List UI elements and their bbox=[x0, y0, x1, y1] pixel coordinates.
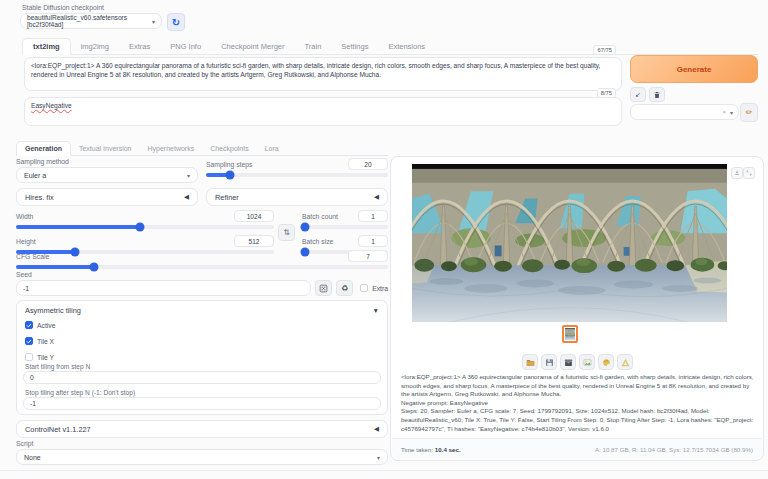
dice-icon bbox=[319, 284, 328, 293]
seed-extra-label: Extra bbox=[372, 285, 388, 292]
checkpoint-dropdown[interactable]: beautifulRealistic_v60.safetensors [bc2f… bbox=[20, 13, 162, 29]
hires-fix-label: Hires. fix bbox=[25, 193, 54, 202]
tab-extras[interactable]: Extras bbox=[119, 39, 160, 54]
gallery-thumbnail-selected[interactable] bbox=[562, 325, 578, 343]
open-folder-button[interactable] bbox=[522, 354, 538, 370]
script-dropdown[interactable]: None ▾ bbox=[16, 449, 388, 465]
asymmetric-tiling-title: Asymmetric tiling bbox=[25, 306, 81, 315]
sampling-steps-value[interactable]: 20 bbox=[348, 158, 388, 170]
clear-styles-icon[interactable]: × bbox=[722, 109, 726, 115]
clear-prompt-button[interactable] bbox=[649, 87, 665, 102]
negative-prompt-input[interactable]: EasyNegative bbox=[24, 97, 622, 126]
prompt-token-counter: 67/75 bbox=[593, 45, 616, 55]
pencil-icon: ✏ bbox=[746, 108, 753, 117]
fullscreen-image-button[interactable] bbox=[743, 167, 755, 179]
cfg-scale-value[interactable]: 7 bbox=[348, 250, 388, 262]
refresh-checkpoint-button[interactable]: ↻ bbox=[167, 13, 185, 31]
width-value[interactable]: 1024 bbox=[234, 210, 274, 222]
expanded-triangle-icon: ▼ bbox=[373, 307, 379, 314]
tiling-active-checkbox[interactable] bbox=[25, 321, 33, 329]
stable-diffusion-webui: Stable Diffusion checkpoint beautifulRea… bbox=[0, 0, 768, 479]
tab-generation[interactable]: Generation bbox=[16, 141, 71, 156]
generated-panorama-image[interactable] bbox=[412, 164, 727, 322]
batch-count-value[interactable]: 1 bbox=[358, 210, 388, 222]
thumbnail-image bbox=[565, 328, 575, 340]
paste-params-button[interactable]: ↙ bbox=[630, 87, 646, 102]
tab-textual-inversion[interactable]: Textual Inversion bbox=[71, 142, 140, 155]
send-to-extras-button[interactable] bbox=[617, 354, 633, 370]
negative-token-counter: 8/75 bbox=[597, 88, 616, 98]
sampling-method-label: Sampling method bbox=[16, 158, 198, 165]
stop-tiling-label: Stop tiling after step N (-1: Don't stop… bbox=[25, 389, 135, 396]
tab-lora[interactable]: Lora bbox=[257, 142, 287, 155]
prompt-input[interactable]: <lora:EQP_project:1> A 360 equirectangul… bbox=[24, 57, 622, 91]
asymmetric-tiling-panel: Asymmetric tiling ▼ Active Tile X Tile Y… bbox=[16, 300, 388, 415]
hires-fix-accordion[interactable]: Hires. fix ◀ bbox=[16, 188, 198, 206]
styles-dropdown[interactable]: × ▾ bbox=[630, 104, 739, 120]
check-icon bbox=[26, 322, 32, 329]
controlnet-accordion[interactable]: ControlNet v1.1.227 ◀ bbox=[16, 420, 388, 438]
tab-extensions[interactable]: Extensions bbox=[378, 39, 435, 54]
start-tiling-label: Start tiling from step N bbox=[25, 363, 90, 370]
save-zip-button[interactable] bbox=[560, 354, 576, 370]
refiner-accordion[interactable]: Refiner ◀ bbox=[206, 188, 388, 206]
sampling-method-dropdown[interactable]: Euler a ▾ bbox=[16, 167, 198, 183]
download-icon bbox=[734, 170, 740, 176]
palette-icon bbox=[602, 358, 611, 367]
width-slider[interactable] bbox=[16, 222, 274, 232]
triangle-ruler-icon bbox=[621, 358, 630, 367]
swap-dimensions-button[interactable]: ⇅ bbox=[278, 224, 295, 241]
seed-input[interactable]: -1 bbox=[16, 280, 311, 296]
height-value[interactable]: 512 bbox=[234, 235, 274, 247]
tab-png-info[interactable]: PNG Info bbox=[160, 39, 211, 54]
generate-label: Generate bbox=[677, 65, 712, 74]
trash-icon bbox=[653, 91, 661, 99]
tool-tab-bar: Generation Textual Inversion Hypernetwor… bbox=[16, 138, 388, 156]
expand-icon bbox=[746, 170, 752, 176]
tab-hypernetworks[interactable]: Hypernetworks bbox=[139, 142, 202, 155]
output-panel: <lora:EQP_project:1> A 360 equirectangul… bbox=[390, 156, 764, 461]
reuse-seed-button[interactable]: ♻ bbox=[336, 280, 353, 296]
time-taken-label: Time taken: bbox=[401, 446, 433, 453]
seed-extra-checkbox[interactable] bbox=[360, 284, 368, 292]
collapsed-triangle-icon: ◀ bbox=[374, 193, 379, 201]
stats-footer: Time taken: 10.4 sec. A: 10.87 GB, R: 11… bbox=[392, 438, 762, 459]
image-action-row bbox=[522, 354, 633, 370]
generation-info-text: <lora:EQP_project:1> A 360 equirectangul… bbox=[401, 373, 755, 433]
edit-styles-button[interactable]: ✏ bbox=[740, 103, 758, 122]
random-seed-button[interactable] bbox=[315, 280, 332, 296]
time-taken: Time taken: 10.4 sec. bbox=[401, 446, 461, 453]
refresh-icon: ↻ bbox=[172, 17, 180, 28]
collapsed-triangle-icon: ◀ bbox=[374, 425, 379, 433]
save-image-button[interactable] bbox=[541, 354, 557, 370]
main-tab-bar: txt2img img2img Extras PNG Info Checkpoi… bbox=[22, 38, 758, 55]
sampling-method-value: Euler a bbox=[24, 172, 46, 179]
send-to-img2img-button[interactable] bbox=[579, 354, 595, 370]
tile-x-checkbox[interactable] bbox=[25, 337, 33, 345]
folder-icon bbox=[526, 358, 535, 367]
stop-tiling-input[interactable]: -1 bbox=[23, 397, 381, 410]
tile-y-checkbox[interactable] bbox=[25, 353, 33, 361]
send-to-inpaint-button[interactable] bbox=[598, 354, 614, 370]
tab-train[interactable]: Train bbox=[295, 39, 332, 54]
start-tiling-input[interactable]: 0 bbox=[23, 371, 381, 384]
asymmetric-tiling-accordion[interactable]: Asymmetric tiling ▼ bbox=[25, 306, 379, 315]
checkpoint-value: beautifulRealistic_v60.safetensors [bc2f… bbox=[27, 14, 152, 28]
tab-settings[interactable]: Settings bbox=[331, 39, 378, 54]
info-params-line: Steps: 20, Sampler: Euler a, CFG scale: … bbox=[401, 407, 755, 433]
tab-img2img[interactable]: img2img bbox=[71, 39, 119, 54]
batch-count-slider[interactable] bbox=[302, 222, 388, 232]
sampling-steps-slider[interactable] bbox=[206, 170, 388, 180]
footer-divider bbox=[0, 470, 768, 471]
download-image-button[interactable] bbox=[731, 167, 743, 179]
chevron-down-icon: ▾ bbox=[377, 454, 380, 461]
tab-checkpoint-merger[interactable]: Checkpoint Merger bbox=[211, 39, 294, 54]
sampling-steps-label: Sampling steps bbox=[206, 161, 252, 168]
cfg-scale-label: CFG Scale bbox=[16, 253, 49, 260]
tab-txt2img[interactable]: txt2img bbox=[22, 38, 71, 55]
archive-box-icon bbox=[564, 358, 573, 367]
tile-y-label: Tile Y bbox=[37, 354, 54, 361]
tab-checkpoints[interactable]: Checkpoints bbox=[202, 142, 257, 155]
generate-button[interactable]: Generate bbox=[630, 55, 758, 83]
batch-size-value[interactable]: 1 bbox=[358, 235, 388, 247]
